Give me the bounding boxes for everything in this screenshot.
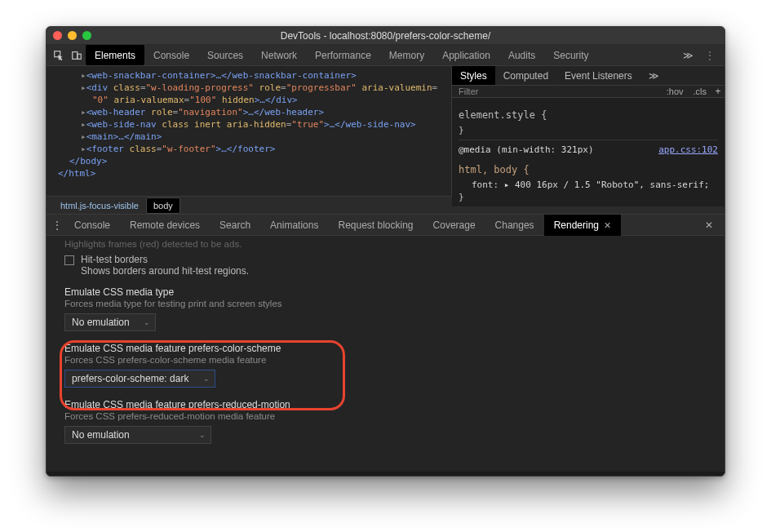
tab-close-icon[interactable]: ✕ [604,215,611,236]
panel-tab-sources[interactable]: Sources [198,45,252,65]
dom-line[interactable]: ▸<div class="w-loading-progress" role="p… [58,82,448,94]
styles-body[interactable]: element.style { } @media (min-width: 321… [452,98,724,206]
chevron-down-icon: ⌄ [144,318,150,326]
source-link[interactable]: app.css:102 [658,144,718,156]
dom-tree[interactable]: ▸<web-snackbar-container>…</web-snackbar… [47,66,451,197]
styles-tab-computed[interactable]: Computed [495,66,556,85]
panel-tab-security[interactable]: Security [544,45,597,65]
drawer-toolbar: ⋮ ConsoleRemote devicesSearchAnimationsR… [47,215,724,236]
drawer-menu-icon[interactable]: ⋮ [50,219,64,231]
section-select[interactable]: No emulation⌄ [64,313,156,331]
dom-line[interactable]: "0" aria-valuemax="100" hidden>…</div> [58,94,448,106]
panel-tab-network[interactable]: Network [252,45,306,65]
section-subtitle: Forces CSS prefers-reduced-motion media … [64,411,415,421]
cls-toggle[interactable]: .cls [689,86,712,96]
emulate-section: Emulate CSS media typeForces media type … [64,286,415,331]
drawer-close-icon[interactable]: ✕ [697,219,721,231]
devtools-window: DevTools - localhost:8080/prefers-color-… [46,26,725,477]
dom-line[interactable]: </body> [58,155,448,167]
chevron-down-icon: ⌄ [203,375,210,383]
styles-filter-input[interactable] [452,86,662,96]
section-select[interactable]: No emulation⌄ [64,426,211,444]
drawer-tab-animations[interactable]: Animations [260,215,328,236]
dom-line[interactable]: ▸<web-snackbar-container>…</web-snackbar… [58,69,448,82]
panel-tab-memory[interactable]: Memory [380,45,433,65]
dom-line[interactable]: ▸<web-header role="navigation">…</web-he… [58,106,448,118]
drawer-tab-rendering[interactable]: Rendering✕ [544,215,621,236]
inspect-icon[interactable] [50,45,68,65]
styles-tab-event-listeners[interactable]: Event Listeners [556,66,640,85]
section-select[interactable]: prefers-color-scheme: dark⌄ [64,370,215,388]
drawer-tab-request-blocking[interactable]: Request blocking [328,215,423,236]
section-subtitle: Forces media type for testing print and … [64,299,415,308]
rendering-drawer: Highlights frames (red) detected to be a… [47,236,724,472]
titlebar: DevTools - localhost:8080/prefers-color-… [47,27,724,45]
section-title: Emulate CSS media type [64,286,415,298]
section-subtitle: Forces CSS prefers-color-scheme media fe… [64,355,415,365]
dom-line[interactable]: ▸<footer class="w-footer">…</footer> [58,143,448,155]
panel-tab-elements[interactable]: Elements [86,45,144,65]
section-title: Emulate CSS media feature prefers-reduce… [64,399,415,410]
hit-test-subtitle: Shows borders around hit-test regions. [81,265,249,277]
window-title: DevTools - localhost:8080/prefers-color-… [47,30,724,42]
device-toggle-icon[interactable] [68,45,86,65]
styles-more-icon[interactable]: ≫ [640,66,667,85]
maximize-icon[interactable] [82,31,91,40]
section-title: Emulate CSS media feature prefers-color-… [64,343,415,354]
drawer-tab-changes[interactable]: Changes [485,215,544,236]
svg-rect-2 [78,54,81,59]
minimize-icon[interactable] [68,31,77,40]
panel-tab-console[interactable]: Console [144,45,198,65]
previous-section-tail: Highlights frames (red) detected to be a… [64,239,710,249]
svg-rect-1 [73,51,78,59]
kebab-menu-icon[interactable]: ⋮ [698,50,721,61]
styles-tab-styles[interactable]: Styles [452,66,495,85]
close-icon[interactable] [53,31,62,40]
breadcrumb-item[interactable]: html.js-focus-visible [53,197,146,214]
dom-line[interactable]: </html> [58,167,448,180]
dom-line[interactable]: ▸<main>…</main> [58,131,448,143]
main-toolbar: ElementsConsoleSourcesNetworkPerformance… [47,45,724,66]
panel-tab-performance[interactable]: Performance [306,45,380,65]
drawer-tab-coverage[interactable]: Coverage [423,215,485,236]
styles-pane: StylesComputedEvent Listeners≫ :hov .cls… [451,66,724,197]
drawer-tab-search[interactable]: Search [210,215,260,236]
hov-toggle[interactable]: :hov [662,86,689,96]
panel-tab-application[interactable]: Application [433,45,499,65]
new-rule-icon[interactable]: + [711,86,724,97]
emulate-section: Emulate CSS media feature prefers-reduce… [64,399,415,444]
emulate-section: Emulate CSS media feature prefers-color-… [64,343,415,388]
more-panels-icon[interactable]: ≫ [678,50,698,61]
breadcrumb-item[interactable]: body [146,197,180,214]
hit-test-checkbox[interactable] [64,255,74,265]
drawer-tab-console[interactable]: Console [64,215,120,236]
chevron-down-icon: ⌄ [199,431,206,439]
drawer-tab-remote-devices[interactable]: Remote devices [120,215,210,236]
panel-tab-audits[interactable]: Audits [499,45,544,65]
hit-test-title: Hit-test borders [81,254,249,265]
dom-line[interactable]: ▸<web-side-nav class inert aria-hidden="… [58,118,448,131]
